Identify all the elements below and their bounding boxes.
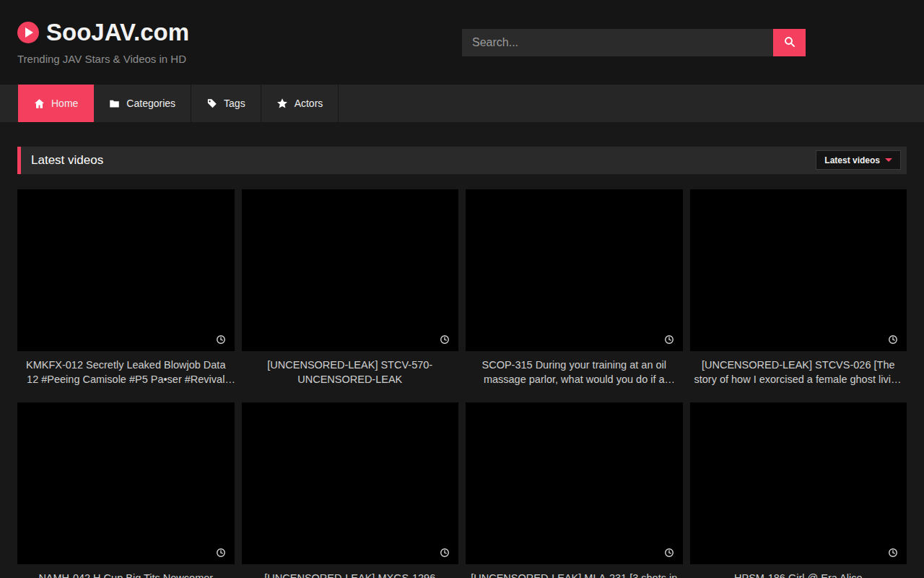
video-title: [UNCENSORED-LEAK] MLA-231 [3 shots in [466,571,683,578]
home-icon [34,98,45,109]
nav-item-label: Tags [224,98,245,109]
sort-dropdown-label: Latest videos [824,155,880,165]
nav-item-label: Actors [295,98,323,109]
site-name: SooJAV.com [46,19,189,46]
caret-down-icon [885,158,892,162]
video-thumbnail[interactable] [17,189,235,351]
main-nav: HomeCategoriesTagsActors [0,85,924,122]
search-icon [783,35,796,51]
nav-item-tags[interactable]: Tags [191,85,261,122]
video-card[interactable]: HPSM-186 Girl @ Era Alice [690,402,907,578]
video-title: KMKFX-012 Secretly Leaked Blowjob Data 1… [17,358,235,387]
video-card[interactable]: [UNCENSORED-LEAK] MXGS-1296 Absolutely [242,402,459,578]
clock-icon [888,548,898,558]
sort-dropdown[interactable]: Latest videos [816,150,901,170]
nav-item-actors[interactable]: Actors [261,85,339,122]
clock-icon [664,548,674,558]
clock-icon [664,335,674,345]
search-box [462,29,806,56]
video-thumbnail[interactable] [466,189,683,351]
section-title: Latest videos [31,153,103,168]
clock-icon [888,335,898,345]
site-logo[interactable]: SooJAV.com [17,19,189,46]
video-grid: KMKFX-012 Secretly Leaked Blowjob Data 1… [17,189,907,578]
clock-icon [440,335,450,345]
video-thumbnail[interactable] [466,402,683,564]
video-card[interactable]: [UNCENSORED-LEAK] STCVS-026 [The story o… [690,189,907,387]
nav-item-label: Categories [126,98,175,109]
clock-icon [216,548,226,558]
site-tagline: Trending JAV Stars & Videos in HD [17,53,189,65]
video-title: [UNCENSORED-LEAK] MXGS-1296 Absolutely [242,571,459,578]
tag-icon [206,98,217,109]
video-card[interactable]: KMKFX-012 Secretly Leaked Blowjob Data 1… [17,189,235,387]
clock-icon [440,548,450,558]
play-circle-icon [17,22,39,43]
video-card[interactable]: [UNCENSORED-LEAK] MLA-231 [3 shots in [466,402,683,578]
star-icon [276,98,288,109]
search-input[interactable] [462,29,773,56]
video-card[interactable]: [UNCENSORED-LEAK] STCV-570-UNCENSORED-LE… [242,189,459,387]
section-header: Latest videos Latest videos [17,147,907,174]
clock-icon [216,335,226,345]
main-content: Latest videos Latest videos KMKFX-012 Se… [0,147,924,578]
video-thumbnail[interactable] [242,402,459,564]
video-card[interactable]: SCOP-315 During your training at an oil … [466,189,683,387]
video-thumbnail[interactable] [690,189,907,351]
video-thumbnail[interactable] [690,402,907,564]
video-thumbnail[interactable] [242,189,459,351]
folder-icon [109,98,120,109]
video-title: [UNCENSORED-LEAK] STCV-570-UNCENSORED-LE… [242,358,459,387]
search-button[interactable] [773,29,806,56]
nav-item-home[interactable]: Home [18,85,94,122]
nav-item-categories[interactable]: Categories [94,85,191,122]
section-accent-bar [17,147,21,174]
video-title: HPSM-186 Girl @ Era Alice [690,571,907,578]
video-thumbnail[interactable] [17,402,235,564]
brand-block: SooJAV.com Trending JAV Stars & Videos i… [17,19,189,65]
video-card[interactable]: NAMH-042 H Cup Big Tits Newcomer (170cm … [17,402,235,578]
site-header: SooJAV.com Trending JAV Stars & Videos i… [0,0,924,85]
video-title: [UNCENSORED-LEAK] STCVS-026 [The story o… [690,358,907,387]
nav-item-label: Home [51,98,78,109]
video-title: NAMH-042 H Cup Big Tits Newcomer (170cm … [17,571,235,578]
video-title: SCOP-315 During your training at an oil … [466,358,683,387]
